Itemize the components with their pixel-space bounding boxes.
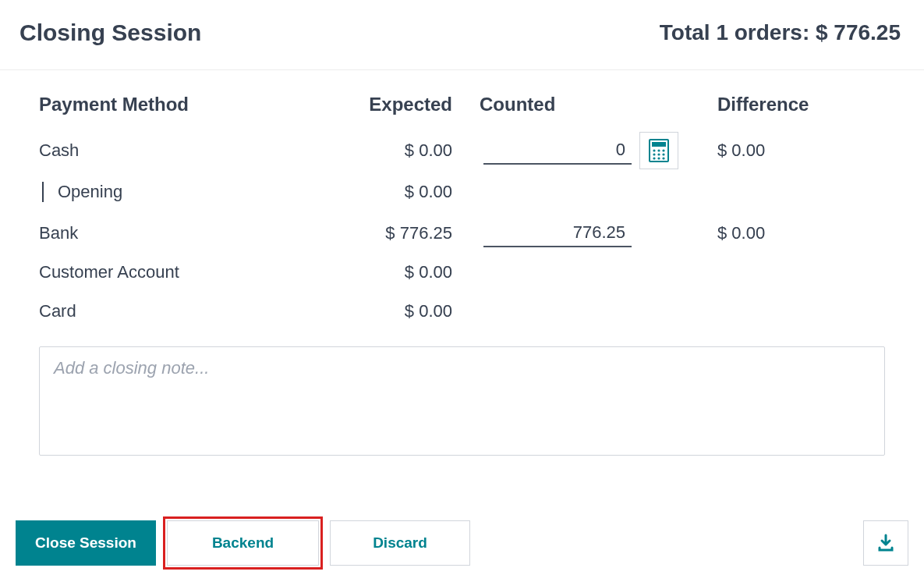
calculator-button[interactable]: [639, 132, 678, 169]
cash-counted-cell: [468, 132, 686, 169]
customer-account-expected: $ 0.00: [312, 262, 468, 282]
bank-expected: $ 776.25: [312, 223, 468, 243]
orders-total: Total 1 orders: $ 776.25: [660, 20, 905, 45]
table-row-bank: Bank $ 776.25 $ 0.00: [39, 214, 885, 253]
close-session-button[interactable]: Close Session: [16, 520, 156, 566]
table-row-cash: Cash $ 0.00: [39, 131, 885, 170]
svg-rect-1: [652, 142, 666, 147]
bank-difference: $ 0.00: [686, 223, 842, 243]
card-expected: $ 0.00: [312, 301, 468, 321]
card-label: Card: [39, 301, 312, 321]
bank-counted-cell: [468, 219, 686, 247]
download-icon: [876, 534, 895, 552]
cash-expected: $ 0.00: [312, 140, 468, 161]
header-expected: Expected: [312, 94, 468, 115]
header: Closing Session Total 1 orders: $ 776.25: [0, 0, 924, 70]
customer-account-label: Customer Account: [39, 262, 312, 282]
svg-point-5: [653, 153, 655, 155]
cash-counted-input[interactable]: [483, 137, 632, 165]
download-button[interactable]: [863, 520, 908, 566]
header-difference: Difference: [686, 94, 842, 115]
calculator-icon: [649, 139, 669, 162]
bank-counted-input[interactable]: [483, 219, 632, 247]
table-row-opening: Opening $ 0.00: [39, 170, 885, 214]
svg-point-7: [662, 153, 664, 155]
table-header-row: Payment Method Expected Counted Differen…: [39, 94, 885, 131]
svg-point-3: [657, 149, 660, 151]
svg-point-9: [657, 157, 660, 159]
discard-button[interactable]: Discard: [330, 520, 470, 566]
payment-table: Payment Method Expected Counted Differen…: [39, 94, 885, 331]
content-area: Payment Method Expected Counted Differen…: [0, 70, 924, 459]
closing-note-input[interactable]: [39, 346, 885, 456]
closing-note-area: [39, 346, 885, 459]
page-title: Closing Session: [19, 20, 201, 46]
cash-difference: $ 0.00: [686, 140, 842, 161]
cash-label: Cash: [39, 140, 312, 161]
svg-point-2: [653, 149, 655, 151]
svg-point-6: [657, 153, 660, 155]
table-row-customer-account: Customer Account $ 0.00: [39, 253, 885, 292]
svg-point-10: [662, 157, 664, 159]
backend-button[interactable]: Backend: [167, 520, 319, 566]
opening-label: Opening: [42, 182, 312, 202]
svg-point-8: [653, 157, 655, 159]
header-counted: Counted: [468, 94, 686, 115]
svg-point-4: [662, 149, 664, 151]
bank-label: Bank: [39, 223, 312, 243]
header-payment-method: Payment Method: [39, 94, 312, 115]
opening-expected: $ 0.00: [312, 182, 468, 202]
footer: Close Session Backend Discard: [0, 520, 924, 575]
table-row-card: Card $ 0.00: [39, 292, 885, 331]
